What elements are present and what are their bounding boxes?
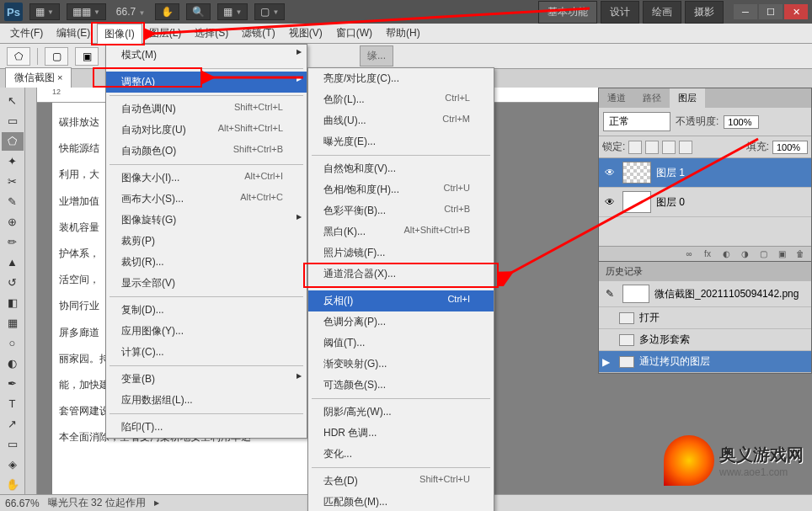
history-brush-tool[interactable]: ↺ (2, 274, 24, 292)
workspace-essentials[interactable]: 基本功能 (538, 1, 597, 24)
refine-edge-button[interactable]: 缘... (360, 45, 393, 67)
history-step[interactable]: ▶通过拷贝的图层 (599, 351, 811, 373)
history-step[interactable]: 多边形套索 (599, 329, 811, 351)
menu-select[interactable]: 选择(S) (188, 24, 235, 43)
lock-transparent-icon[interactable] (628, 141, 642, 154)
path-tool[interactable]: ↗ (2, 414, 24, 433)
channels-tab[interactable]: 通道 (599, 88, 634, 108)
image-menu-item[interactable]: 画布大小(S)...Alt+Ctrl+C (106, 189, 307, 210)
menu-file[interactable]: 文件(F) (3, 24, 50, 43)
gradient-tool[interactable]: ▦ (2, 313, 24, 332)
selection-add-icon[interactable]: ▣ (75, 47, 99, 66)
adjust-menu-item[interactable]: 色调分离(P)... (308, 311, 494, 333)
type-tool[interactable]: T (2, 394, 24, 413)
workspace-painting[interactable]: 绘画 (643, 1, 681, 24)
history-step[interactable]: 打开 (599, 307, 811, 329)
image-menu-item[interactable]: 计算(C)... (106, 342, 307, 363)
lasso-tool[interactable]: ⬠ (2, 132, 24, 151)
image-menu-item[interactable]: 图像大小(I)...Alt+Ctrl+I (106, 168, 307, 189)
layer-row[interactable]: 👁图层 1 (599, 158, 811, 188)
mini-bridge-button[interactable]: ▦▦ ▼ (67, 3, 106, 20)
adjust-menu-item[interactable]: 色相/饱和度(H)...Ctrl+U (308, 179, 494, 200)
marquee-tool[interactable]: ▭ (2, 112, 24, 130)
adjust-menu-item[interactable]: 照片滤镜(F)... (308, 242, 494, 263)
image-menu-item[interactable]: 裁切(R)... (106, 252, 307, 273)
adjust-menu-item[interactable]: 可选颜色(S)... (308, 375, 494, 396)
image-menu-item[interactable]: 应用图像(Y)... (106, 321, 307, 342)
stamp-tool[interactable]: ▲ (2, 253, 24, 272)
eraser-tool[interactable]: ◧ (2, 294, 24, 312)
heal-tool[interactable]: ⊕ (2, 213, 24, 232)
adjust-menu-item[interactable]: 匹配颜色(M)... (308, 492, 494, 511)
layers-tab[interactable]: 图层 (670, 88, 705, 108)
lock-all-icon[interactable] (679, 141, 692, 154)
adjust-menu-item[interactable]: 曝光度(E)... (308, 131, 494, 152)
adjust-menu-item[interactable]: 反相(I)Ctrl+I (308, 290, 494, 311)
adjust-menu-item[interactable]: 阴影/高光(W)... (308, 402, 494, 423)
menu-view[interactable]: 视图(V) (282, 24, 329, 43)
layer-row[interactable]: 👁图层 0 (599, 188, 811, 217)
wand-tool[interactable]: ✦ (2, 152, 24, 171)
selection-new-icon[interactable]: ▢ (45, 47, 68, 66)
lock-image-icon[interactable] (645, 141, 659, 154)
brush-tool[interactable]: ✏ (2, 233, 24, 252)
image-menu-item[interactable]: 自动色调(N)Shift+Ctrl+L (106, 98, 307, 120)
menu-window[interactable]: 窗口(W) (329, 24, 379, 43)
image-menu-item[interactable]: 自动对比度(U)Alt+Shift+Ctrl+L (106, 120, 307, 141)
paths-tab[interactable]: 路径 (634, 88, 670, 108)
screen-mode-button[interactable]: ▢ ▼ (254, 3, 285, 20)
adjust-menu-item[interactable]: 亮度/对比度(C)... (308, 68, 494, 89)
adjust-menu-item[interactable]: HDR 色调... (308, 423, 494, 444)
workspace-photography[interactable]: 摄影 (685, 1, 724, 24)
image-menu-item[interactable]: 变量(B) (106, 369, 307, 390)
zoom-tool-button[interactable]: 🔍 (186, 3, 211, 20)
move-tool[interactable]: ↖ (2, 92, 24, 110)
adjust-menu-item[interactable]: 去色(D)Shift+Ctrl+U (308, 471, 494, 492)
minimize-button[interactable]: ─ (734, 4, 757, 19)
adjust-menu-item[interactable]: 色彩平衡(B)...Ctrl+B (308, 200, 494, 221)
status-zoom[interactable]: 66.67% (5, 498, 40, 509)
workspace-design[interactable]: 设计 (601, 1, 639, 24)
menu-filter[interactable]: 滤镜(T) (235, 24, 281, 43)
document-tab[interactable]: 微信截图 × (5, 67, 72, 88)
history-target-icon[interactable]: ▶ (602, 356, 614, 368)
eyedropper-tool[interactable]: ✎ (2, 193, 24, 211)
image-menu-item[interactable]: 图像旋转(G) (106, 210, 307, 231)
visibility-icon[interactable]: 👁 (602, 167, 617, 178)
adjust-menu-item[interactable]: 黑白(K)...Alt+Shift+Ctrl+B (308, 221, 494, 242)
adjust-menu-item[interactable]: 色阶(L)...Ctrl+L (308, 89, 494, 110)
adjust-menu-item[interactable]: 自然饱和度(V)... (308, 158, 494, 179)
adjust-menu-item[interactable]: 通道混合器(X)... (308, 263, 494, 285)
adjust-menu-item[interactable]: 渐变映射(G)... (308, 354, 494, 375)
image-menu-item[interactable]: 模式(M) (106, 45, 307, 66)
arrange-button[interactable]: ▦ ▼ (217, 3, 248, 20)
hand-tool-button[interactable]: ✋ (155, 3, 179, 20)
crop-tool[interactable]: ✂ (2, 173, 24, 191)
pen-tool[interactable]: ✒ (2, 374, 24, 392)
fill-input[interactable]: 100% (772, 141, 808, 154)
image-menu-item[interactable]: 陷印(T)... (106, 417, 307, 438)
hand-tool[interactable]: ✋ (2, 475, 24, 493)
image-menu-item[interactable]: 裁剪(P) (106, 231, 307, 252)
menu-edit[interactable]: 编辑(E) (50, 24, 97, 43)
image-menu-item[interactable]: 复制(D)... (106, 300, 307, 321)
tool-preset-icon[interactable]: ⬠ (7, 47, 30, 66)
menu-image[interactable]: 图像(I) (97, 24, 142, 44)
lock-position-icon[interactable] (662, 141, 676, 154)
opacity-input[interactable]: 100% (724, 115, 759, 129)
image-menu-item[interactable]: 显示全部(V) (106, 273, 307, 294)
close-button[interactable]: ✕ (784, 4, 808, 19)
image-menu-item[interactable]: 自动颜色(O)Shift+Ctrl+B (106, 141, 307, 162)
image-menu-item[interactable]: 应用数据组(L)... (106, 390, 307, 411)
blend-mode-select[interactable]: 正常 (603, 112, 670, 131)
visibility-icon[interactable]: 👁 (602, 196, 617, 208)
bridge-button[interactable]: ▦ ▼ (29, 3, 60, 20)
shape-tool[interactable]: ▭ (2, 434, 24, 453)
dodge-tool[interactable]: ◐ (2, 354, 24, 372)
3d-tool[interactable]: ◈ (2, 455, 24, 473)
adjust-menu-item[interactable]: 曲线(U)...Ctrl+M (308, 110, 494, 131)
blur-tool[interactable]: ○ (2, 333, 24, 352)
adjust-menu-item[interactable]: 阈值(T)... (308, 333, 494, 354)
menu-layer[interactable]: 图层(L) (142, 24, 189, 43)
adjust-menu-item[interactable]: 变化... (308, 444, 494, 465)
